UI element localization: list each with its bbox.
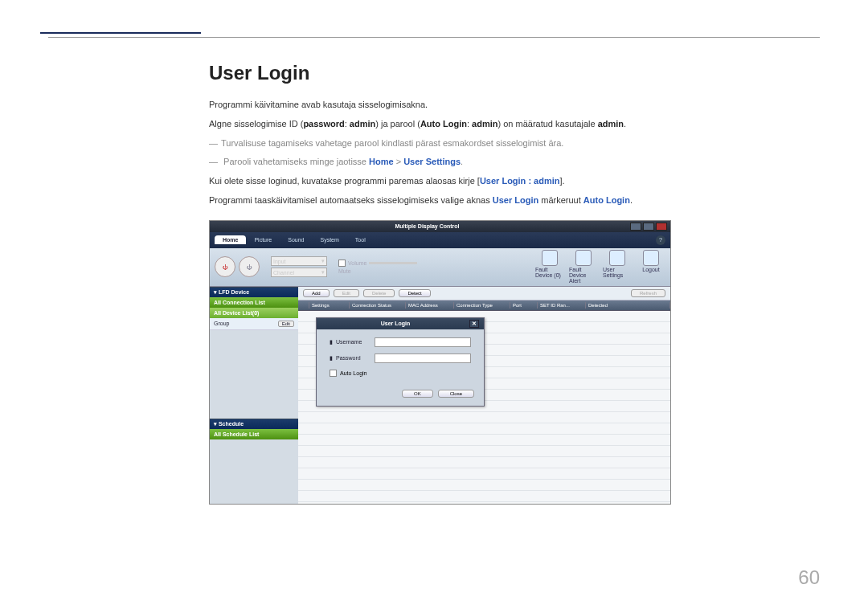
col-checkbox bbox=[298, 302, 309, 309]
header-accent-line bbox=[40, 32, 201, 34]
grid-body: User Login ✕ ▮ Username ▮ Password bbox=[298, 311, 670, 504]
t: Kui olete sisse loginud, kuvatakse progr… bbox=[209, 176, 480, 186]
t: ]. bbox=[560, 176, 565, 186]
chevron-down-icon: ▾ bbox=[321, 258, 325, 264]
label: Fault Device Alert bbox=[569, 267, 598, 284]
maximize-button[interactable] bbox=[643, 223, 654, 231]
autologin-label: Auto Login bbox=[340, 370, 366, 376]
group-label: Group bbox=[214, 321, 229, 326]
label: Logout bbox=[642, 267, 659, 272]
logout-button[interactable]: Logout bbox=[637, 250, 665, 284]
sidebar-all-device[interactable]: All Device List(0) bbox=[210, 308, 298, 318]
chevron-down-icon: ▾ bbox=[321, 269, 325, 276]
tab-tool[interactable]: Tool bbox=[347, 235, 374, 244]
input-label: Input bbox=[273, 259, 286, 264]
sidebar-schedule-header[interactable]: ▾ Schedule bbox=[210, 419, 298, 429]
t: ) ja parool ( bbox=[375, 119, 420, 129]
dialog-close-button[interactable]: ✕ bbox=[469, 320, 479, 328]
tab-picture[interactable]: Picture bbox=[246, 235, 280, 244]
ok-button[interactable]: OK bbox=[402, 390, 433, 398]
col-conn-status: Connection Status bbox=[350, 302, 406, 309]
tab-home[interactable]: Home bbox=[215, 235, 246, 244]
t: ) on määratud kasutajale bbox=[497, 119, 597, 129]
home-link: Home bbox=[369, 157, 394, 166]
volume-slider[interactable] bbox=[369, 262, 417, 264]
window-titlebar: Multiple Display Control bbox=[210, 221, 670, 232]
col-settings: Settings bbox=[309, 302, 350, 309]
sidebar-lfd-header[interactable]: ▾ LFD Device bbox=[210, 287, 298, 297]
col-setid: SET ID Ran... bbox=[538, 302, 586, 309]
user-settings-button[interactable]: User Settings bbox=[603, 250, 632, 284]
label: LFD Device bbox=[219, 289, 249, 295]
action-button-row: Add Edit Delete Detect Refresh bbox=[298, 287, 670, 300]
label: Fault Device (0) bbox=[535, 267, 564, 278]
bullet-icon: ▮ bbox=[330, 355, 333, 362]
help-icon[interactable]: ? bbox=[656, 235, 665, 245]
auto-login-text: Auto Login bbox=[420, 119, 467, 129]
t: . bbox=[624, 119, 626, 129]
fault-device-button[interactable]: Fault Device (0) bbox=[535, 250, 564, 284]
channel-label: Channel bbox=[273, 270, 294, 276]
monitor-icon bbox=[542, 250, 558, 266]
close-button[interactable] bbox=[656, 223, 667, 231]
volume-row: Volume bbox=[338, 260, 417, 267]
checkbox[interactable] bbox=[338, 260, 346, 267]
toolbox: Fault Device (0) Fault Device Alert User… bbox=[535, 250, 665, 284]
col-detected: Detected bbox=[586, 302, 670, 309]
default-creds-text: Algne sisselogimise ID (password: admin)… bbox=[209, 116, 820, 133]
close-button[interactable]: Close bbox=[438, 390, 474, 398]
dialog-body: ▮ Username ▮ Password Aut bbox=[317, 329, 484, 385]
toolbar: ⏻ ⏻ Input▾ Channel▾ Volume Mute Fault De… bbox=[210, 248, 670, 287]
col-port: Port bbox=[510, 302, 538, 309]
page-number: 60 bbox=[798, 566, 820, 589]
sidebar-all-connection[interactable]: All Connection List bbox=[210, 297, 298, 308]
sidebar: ▾ LFD Device All Connection List All Dev… bbox=[210, 287, 298, 504]
edit-button[interactable]: Edit bbox=[278, 321, 294, 327]
intro-text: Programmi käivitamine avab kasutaja siss… bbox=[209, 97, 820, 113]
power-off-button[interactable]: ⏻ bbox=[239, 256, 260, 277]
t: Parooli vahetamiseks minge jaotisse bbox=[223, 157, 369, 166]
username-input[interactable] bbox=[375, 337, 471, 347]
sidebar-spacer bbox=[210, 330, 298, 419]
volume-label: Volume bbox=[348, 260, 366, 266]
power-on-button[interactable]: ⏻ bbox=[215, 256, 235, 277]
auto-login-text: Programmi taaskäivitamisel automaatseks … bbox=[209, 193, 820, 209]
autologin-row: Auto Login bbox=[330, 370, 471, 377]
admin-text: admin bbox=[598, 119, 624, 129]
bullet-icon: ▮ bbox=[330, 339, 333, 345]
login-status-text: Kui olete sisse loginud, kuvatakse progr… bbox=[209, 174, 820, 190]
password-row: ▮ Password bbox=[330, 353, 471, 363]
add-button[interactable]: Add bbox=[303, 289, 330, 297]
password-input[interactable] bbox=[375, 353, 471, 363]
tab-system[interactable]: System bbox=[313, 235, 347, 244]
minimize-button[interactable] bbox=[630, 223, 641, 231]
app-screenshot: Multiple Display Control Home Picture So… bbox=[209, 220, 671, 505]
dialog-buttons: OK Close bbox=[317, 385, 484, 406]
page-heading: User Login bbox=[209, 62, 820, 84]
fault-alert-button[interactable]: Fault Device Alert bbox=[569, 250, 598, 284]
user-login-text: User Login bbox=[493, 195, 538, 205]
window-title: Multiple Display Control bbox=[224, 223, 630, 229]
channel-combo[interactable]: Channel▾ bbox=[271, 268, 327, 277]
delete-button[interactable]: Delete bbox=[363, 289, 395, 297]
tab-sound[interactable]: Sound bbox=[280, 235, 312, 244]
password-label: password bbox=[303, 119, 344, 129]
username-row: ▮ Username bbox=[330, 337, 471, 347]
sidebar-all-schedule[interactable]: All Schedule List bbox=[210, 429, 298, 439]
grid-header: Settings Connection Status MAC Address C… bbox=[298, 300, 670, 311]
auto-login-label: Auto Login bbox=[583, 195, 630, 205]
input-combo[interactable]: Input▾ bbox=[271, 256, 327, 266]
edit-button[interactable]: Edit bbox=[334, 289, 359, 297]
col-conn-type: Connection Type bbox=[454, 302, 510, 309]
security-note: Turvalisuse tagamiseks vahetage parool k… bbox=[209, 136, 820, 152]
label: Schedule bbox=[219, 421, 244, 427]
user-icon bbox=[609, 250, 625, 266]
autologin-checkbox[interactable] bbox=[330, 370, 337, 377]
refresh-button[interactable]: Refresh bbox=[631, 289, 665, 297]
t: > bbox=[394, 157, 404, 166]
menu-bar: Home Picture Sound System Tool ? bbox=[210, 232, 670, 248]
detect-button[interactable]: Detect bbox=[399, 289, 430, 297]
header-divider bbox=[48, 37, 820, 38]
sidebar-group-row: Group Edit bbox=[210, 318, 298, 330]
user-login-admin-text: User Login : admin bbox=[480, 176, 560, 186]
